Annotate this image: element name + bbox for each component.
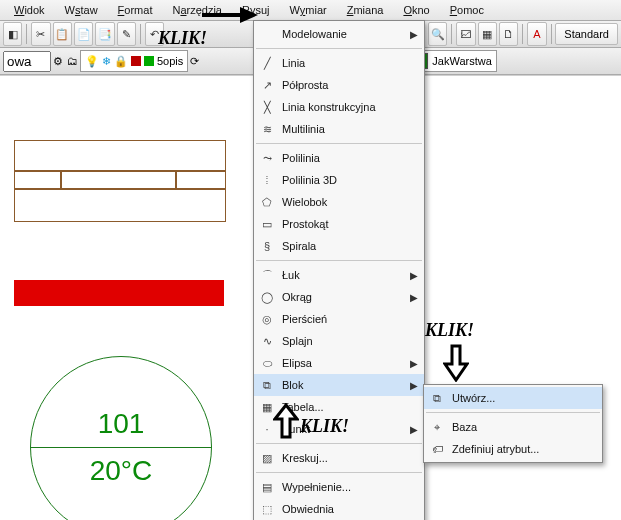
toolbar-button[interactable]: 🔍 [428, 22, 447, 46]
menu-widok[interactable]: Widok [4, 2, 55, 18]
multiline-icon: ≋ [258, 120, 276, 138]
donut-icon: ◎ [258, 310, 276, 328]
menu-bar: Widok Wstaw Format Narzędzia Rysuj Wymia… [0, 0, 621, 21]
drawing-line [175, 170, 177, 190]
menu-item-pierscien[interactable]: ◎Pierścień [254, 308, 424, 330]
menu-item-obwiednia[interactable]: ⬚Obwiednia [254, 498, 424, 520]
circle-icon: ◯ [258, 288, 276, 306]
menu-item-polilinia-3d[interactable]: ⦙Polilinia 3D [254, 169, 424, 191]
menu-item-linia[interactable]: ╱Linia [254, 52, 424, 74]
drawing-line [60, 170, 62, 190]
polygon-icon: ⬠ [258, 193, 276, 211]
annotation-arrow-blok [273, 403, 299, 439]
drawing-line [14, 188, 226, 190]
menu-format[interactable]: Format [108, 2, 163, 18]
toolbar-button[interactable]: A [527, 22, 546, 46]
field-owa[interactable] [3, 51, 51, 72]
annotation-klik-top: KLIK! [158, 28, 207, 49]
submenu-arrow-icon: ▶ [410, 292, 418, 303]
toolbar-button[interactable]: 🗋 [499, 22, 518, 46]
arc-icon: ⌒ [258, 266, 276, 284]
submenu-item-baza[interactable]: ⌖Baza [424, 416, 602, 438]
annotation-arrow-utworz [443, 344, 469, 382]
submenu-arrow-icon: ▶ [410, 270, 418, 281]
menu-item-okrag[interactable]: ◯Okrąg▶ [254, 286, 424, 308]
menu-item-wielobok[interactable]: ⬠Wielobok [254, 191, 424, 213]
toolbar-button[interactable]: 🗠 [456, 22, 475, 46]
submenu-item-utworz[interactable]: ⧉Utwórz... [424, 387, 602, 409]
spline-icon: ∿ [258, 332, 276, 350]
toolbar-button[interactable]: 🗂 [67, 55, 78, 67]
menu-item-elipsa[interactable]: ⬭Elipsa▶ [254, 352, 424, 374]
menu-item-prostokat[interactable]: ▭Prostokąt [254, 213, 424, 235]
toolbar-button[interactable]: 📄 [74, 22, 93, 46]
menu-zmiana[interactable]: Zmiana [337, 2, 394, 18]
gradient-icon: ▤ [258, 478, 276, 496]
boundary-icon: ⬚ [258, 500, 276, 518]
layer-selector[interactable]: 💡❄🔒 5opis [80, 50, 188, 72]
base-icon: ⌖ [428, 418, 446, 436]
submenu-blok: ⧉Utwórz... ⌖Baza 🏷Zdefiniuj atrybut... [423, 384, 603, 463]
ray-icon: ↗ [258, 76, 276, 94]
toolbar-button[interactable]: 📑 [95, 22, 114, 46]
drawing-gauge: 101 20°C [30, 356, 212, 520]
menu-wymiar[interactable]: Wymiar [280, 2, 337, 18]
block-icon: ⧉ [258, 376, 276, 394]
attribute-icon: 🏷 [428, 440, 446, 458]
menu-item-modelowanie[interactable]: Modelowanie ▶ [254, 23, 424, 45]
menu-item-kreskuj[interactable]: ▨Kreskuj... [254, 447, 424, 469]
annotation-klik-blok: KLIK! [300, 416, 349, 437]
menu-okno[interactable]: Okno [393, 2, 439, 18]
toolbar-button[interactable]: ⚙ [53, 55, 63, 68]
menu-wstaw[interactable]: Wstaw [55, 2, 108, 18]
style-standard[interactable]: Standard [555, 23, 618, 45]
menu-item-multilinia[interactable]: ≋Multilinia [254, 118, 424, 140]
layer-name: 5opis [157, 55, 183, 67]
submenu-arrow-icon: ▶ [410, 29, 418, 40]
submenu-item-zdefiniuj-atrybut[interactable]: 🏷Zdefiniuj atrybut... [424, 438, 602, 460]
create-block-icon: ⧉ [428, 389, 446, 407]
menu-rysuj-dropdown: Modelowanie ▶ ╱Linia ↗Półprosta ╳Linia k… [253, 20, 425, 520]
polyline-icon: ⤳ [258, 149, 276, 167]
ellipse-icon: ⬭ [258, 354, 276, 372]
gauge-bottom-value: 20°C [90, 448, 153, 494]
submenu-arrow-icon: ▶ [410, 380, 418, 391]
spiral-icon: § [258, 237, 276, 255]
toolbar-button[interactable]: ⟳ [190, 55, 199, 68]
menu-item-spirala[interactable]: §Spirala [254, 235, 424, 257]
menu-item-linia-konstrukcyjna[interactable]: ╳Linia konstrukcyjna [254, 96, 424, 118]
submenu-arrow-icon: ▶ [410, 358, 418, 369]
hatch-icon: ▨ [258, 449, 276, 467]
submenu-arrow-icon: ▶ [410, 424, 418, 435]
blank-icon [258, 25, 276, 43]
toolbar-button[interactable]: ▦ [478, 22, 497, 46]
menu-item-polprosta[interactable]: ↗Półprosta [254, 74, 424, 96]
line-icon: ╱ [258, 54, 276, 72]
menu-item-splajn[interactable]: ∿Splajn [254, 330, 424, 352]
toolbar-button[interactable]: ✎ [117, 22, 136, 46]
drawing-rect [14, 140, 226, 222]
annotation-arrow-top [200, 3, 260, 27]
menu-item-luk[interactable]: ⌒Łuk▶ [254, 264, 424, 286]
gauge-top-value: 101 [98, 401, 145, 447]
annotation-klik-utworz: KLIK! [425, 320, 474, 341]
toolbar-button[interactable]: ✂ [31, 22, 50, 46]
polyline3d-icon: ⦙ [258, 171, 276, 189]
rectangle-icon: ▭ [258, 215, 276, 233]
menu-item-wypelnienie[interactable]: ▤Wypełnienie... [254, 476, 424, 498]
toolbar-button[interactable]: 📋 [53, 22, 72, 46]
menu-item-polilinia[interactable]: ⤳Polilinia [254, 147, 424, 169]
drawing-line [14, 170, 226, 172]
drawing-red-bar [14, 280, 224, 306]
menu-item-blok[interactable]: ⧉Blok▶ [254, 374, 424, 396]
xline-icon: ╳ [258, 98, 276, 116]
toolbar-button[interactable]: ◧ [3, 22, 22, 46]
menu-pomoc[interactable]: Pomoc [440, 2, 494, 18]
